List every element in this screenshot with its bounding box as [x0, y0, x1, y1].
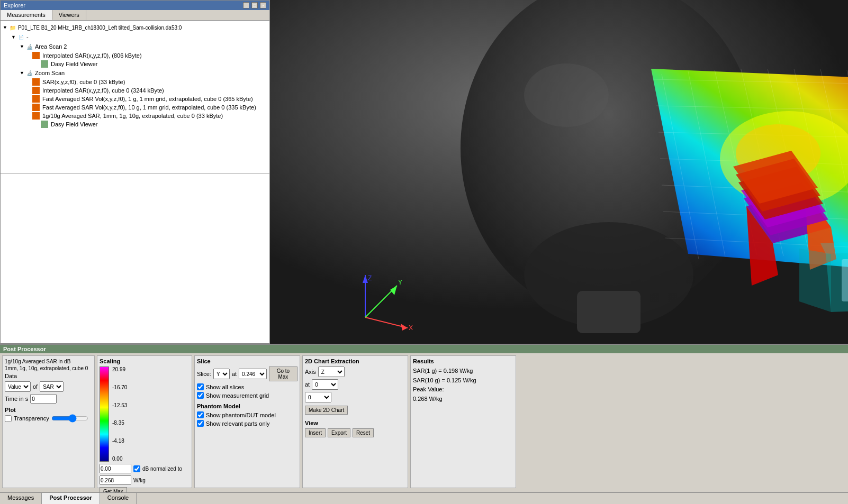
go-to-max-btn[interactable]: Go to Max: [269, 366, 297, 381]
data-row: Data: [5, 373, 92, 379]
view-section: View Insert Export Reset: [305, 420, 405, 437]
bottom-tabs: Messages Post Processor Console: [0, 492, 848, 504]
tree-item-dash[interactable]: ▼ 📄 -: [3, 32, 267, 42]
show-all-slices-checkbox[interactable]: [197, 383, 204, 390]
cb-label-4: -4.18: [112, 438, 127, 444]
tree-item-zoomscan[interactable]: ▼ 🔬 Zoom Scan: [3, 68, 267, 78]
tab-messages[interactable]: Messages: [0, 493, 42, 504]
tab-measurements[interactable]: Measurements: [1, 10, 52, 20]
viewport-svg: Z X Y: [270, 0, 848, 344]
tree-label-fast10g: Fast Averaged SAR Vol(x,y,z,f0), 10 g, 1…: [41, 104, 256, 111]
tree-item-root[interactable]: ▼ 📁 P01_LTE B1_20 MHz_1RB_ch18300_Left t…: [3, 23, 267, 32]
collapse-icon-areascan[interactable]: ▼: [20, 44, 24, 49]
sar10g-value: SAR(10 g) = 0.125 W/kg: [413, 376, 513, 386]
collapse-icon-dash[interactable]: ▼: [11, 34, 16, 40]
of-label: of: [33, 383, 38, 390]
collapse-icon-zoom[interactable]: ▼: [20, 70, 24, 76]
show-grid-label: Show measurement grid: [206, 392, 269, 399]
svg-text:Y: Y: [398, 279, 402, 286]
axis-select[interactable]: ZXY: [318, 366, 345, 377]
sar1g-value: SAR(1 g) = 0.198 W/kg: [413, 366, 513, 376]
transparency-slider[interactable]: [51, 414, 88, 423]
peak-value: 0.268 W/kg: [413, 395, 513, 404]
minimize-btn[interactable]: -: [243, 2, 249, 8]
show-relevant-checkbox[interactable]: [197, 420, 204, 427]
maximize-btn[interactable]: □: [251, 2, 258, 8]
time-input[interactable]: [30, 394, 57, 404]
slice-axis-select[interactable]: YXZ: [213, 369, 230, 379]
tree-item-areascan[interactable]: ▼ 🔬 Area Scan 2: [3, 42, 267, 51]
tree-item-interp-sar[interactable]: Interpolated SAR(x,y,z,f0), (806 kByte): [3, 51, 267, 60]
show-phantom-checkbox[interactable]: [197, 411, 204, 418]
scaling-section: Scaling 20.99 -16.70 -12.53 -8.35 -4.18 …: [97, 355, 192, 488]
show-grid-checkbox[interactable]: [197, 392, 204, 399]
plot-section: Plot Transparency: [5, 407, 92, 423]
show-all-slices-row: Show all slices: [197, 383, 297, 390]
transparency-checkbox[interactable]: [5, 415, 12, 422]
tree-label-dasy1: Dasy Field Viewer: [49, 61, 98, 67]
scale-max-input[interactable]: [100, 475, 131, 485]
tree-lower: [1, 174, 269, 343]
make-2d-chart-btn[interactable]: Make 2D Chart: [305, 406, 348, 415]
svg-rect-36: [842, 259, 848, 301]
tree-label-1g10g: 1g/10g Averaged SAR, 1mm, 1g, 10g, extra…: [41, 113, 223, 119]
tree-item-1g10g[interactable]: 1g/10g Averaged SAR, 1mm, 1g, 10g, extra…: [3, 112, 267, 120]
viewer-icon-2: [41, 121, 48, 128]
viewport-3d[interactable]: Z X Y: [270, 0, 848, 344]
folder-icon-root: 📁: [8, 23, 17, 32]
value-type-row: Value of SAR: [5, 381, 92, 392]
svg-text:X: X: [409, 324, 413, 332]
slice-row: Slice: YXZ at 0.246 Go to Max: [197, 366, 297, 381]
value-type-select[interactable]: Value: [5, 381, 31, 392]
cb-label-3: -8.35: [112, 420, 127, 426]
export-btn[interactable]: Export: [328, 428, 350, 437]
at-select-2[interactable]: 0: [305, 392, 331, 402]
tree-item-fast1g[interactable]: Fast Averaged SAR Vol(x,y,z,f0), 1 g, 1 …: [3, 95, 267, 103]
tree-item-fast10g[interactable]: Fast Averaged SAR Vol(x,y,z,f0), 10 g, 1…: [3, 103, 267, 112]
colorbar-container: 20.99 -16.70 -12.53 -8.35 -4.18 0.00: [100, 366, 190, 462]
axis-label: Axis: [305, 369, 316, 375]
at-select-1[interactable]: 0: [312, 379, 338, 390]
sar-icon-5: [32, 104, 40, 111]
show-phantom-label: Show phantom/DUT model: [206, 412, 276, 418]
colorbar: [100, 366, 109, 462]
slice-value-select[interactable]: 0.246: [239, 369, 267, 379]
tree-label-dasy2: Dasy Field Viewer: [49, 121, 98, 127]
slice-label: Slice:: [197, 371, 211, 377]
cb-label-1: -16.70: [112, 384, 127, 390]
cb-label-0: 20.99: [112, 366, 127, 372]
tree-item-dasy1[interactable]: Dasy Field Viewer: [3, 60, 267, 68]
tree-label-interp-cube0: Interpolated SAR(x,y,z,f0), cube 0 (3244…: [41, 87, 164, 94]
show-phantom-row: Show phantom/DUT model: [197, 411, 297, 418]
chart-title: 2D Chart Extraction: [305, 358, 405, 364]
results-title: Results: [413, 358, 513, 364]
tree-item-interp-cube0[interactable]: Interpolated SAR(x,y,z,f0), cube 0 (3244…: [3, 86, 267, 95]
tab-console[interactable]: Console: [100, 493, 137, 504]
collapse-icon-root[interactable]: ▼: [3, 25, 7, 30]
insert-btn[interactable]: Insert: [305, 428, 326, 437]
tab-post-processor[interactable]: Post Processor: [42, 493, 100, 504]
areascan-icon: 🔬: [25, 42, 34, 51]
scale-min-input[interactable]: [100, 464, 131, 473]
peak-label: Peak Value:: [413, 385, 513, 395]
tree-label-interp-sar: Interpolated SAR(x,y,z,f0), (806 kByte): [41, 52, 142, 59]
axis-row-1: Axis ZXY: [305, 366, 405, 377]
reset-btn[interactable]: Reset: [353, 428, 374, 437]
show-relevant-row: Show relevant parts only: [197, 420, 297, 427]
tab-viewers[interactable]: Viewers: [52, 10, 86, 20]
tree-label-sar-cube0: SAR(x,y,z,f0), cube 0 (33 kByte): [41, 79, 125, 85]
transparency-row: Transparency: [5, 414, 92, 423]
tree-item-sar-cube0[interactable]: SAR(x,y,z,f0), cube 0 (33 kByte): [3, 78, 267, 86]
make-chart-row: Make 2D Chart: [305, 406, 405, 415]
sar-select[interactable]: SAR: [40, 381, 64, 392]
show-all-slices-label: Show all slices: [206, 384, 244, 390]
db-normalized-checkbox[interactable]: [133, 465, 140, 472]
close-btn[interactable]: ×: [260, 2, 266, 8]
tree-item-dasy2[interactable]: Dasy Field Viewer: [3, 120, 267, 129]
dash-icon: 📄: [17, 33, 25, 41]
show-relevant-label: Show relevant parts only: [206, 420, 269, 427]
cb-label-2: -12.53: [112, 402, 127, 408]
at-label-slice: at: [232, 371, 237, 377]
window-controls: - □ ×: [243, 2, 266, 8]
explorer-tabs: Measurements Viewers: [1, 10, 269, 21]
